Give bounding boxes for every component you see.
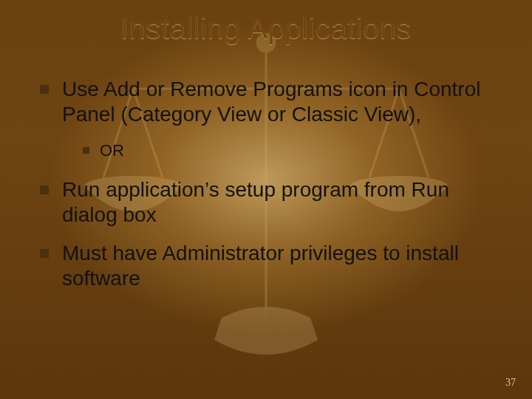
slide-title: Installing Applications [0,12,532,45]
bullet-text: OR [100,140,124,161]
bullet-text: Run application’s setup program from Run… [62,177,505,228]
slide-body: Use Add or Remove Programs icon in Contr… [40,71,505,369]
bullet-text: Use Add or Remove Programs icon in Contr… [62,77,505,127]
square-bullet-icon [40,85,49,94]
square-bullet-icon [83,147,89,154]
bullet-level1: Use Add or Remove Programs icon in Contr… [40,77,505,127]
slide: Installing Applications Use Add or Remov… [0,0,532,399]
page-number: 37 [505,377,516,389]
square-bullet-icon [40,185,49,194]
bullet-text: Must have Administrator privileges to in… [62,241,505,291]
bullet-level1: Run application’s setup program from Run… [40,177,505,228]
square-bullet-icon [40,249,49,258]
bullet-level2: OR [83,140,505,161]
bullet-level1: Must have Administrator privileges to in… [40,241,505,291]
